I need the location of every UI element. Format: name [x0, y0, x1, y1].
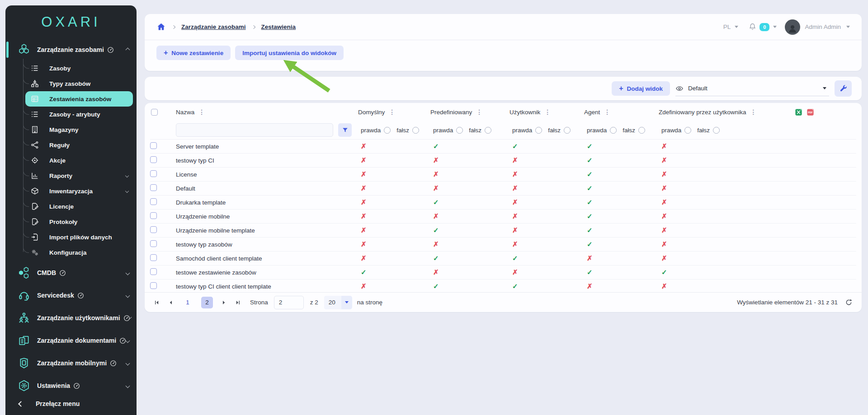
- breadcrumb-link-zarzadzanie-zasobami[interactable]: Zarządzanie zasobami: [181, 23, 246, 30]
- sidebar-item-licencje[interactable]: Licencje: [5, 199, 137, 214]
- column-menu-icon[interactable]: ⋮: [604, 108, 610, 116]
- sidebar-item-zasoby[interactable]: Zasoby: [5, 61, 137, 76]
- sidebar-item-zasoby-atrybuty[interactable]: Zasoby - atrybuty: [5, 107, 137, 122]
- row-checkbox[interactable]: [150, 142, 157, 149]
- sidebar-item-zestawienia-zasobow[interactable]: Zestawienia zasobów: [25, 91, 133, 107]
- notification-badge: 0: [760, 23, 769, 31]
- bell-icon[interactable]: [748, 23, 757, 31]
- previous-page-icon[interactable]: [168, 299, 174, 306]
- row-checkbox[interactable]: [150, 170, 157, 177]
- filter-true-radio[interactable]: [456, 127, 463, 134]
- sidebar-item-inwentaryzacja[interactable]: Inwentaryzacja: [5, 183, 137, 199]
- next-page-icon[interactable]: [221, 299, 227, 306]
- first-page-icon[interactable]: [154, 299, 160, 306]
- filter-true-radio[interactable]: [535, 127, 542, 134]
- menu-toggle[interactable]: Przełącz menu: [5, 392, 137, 415]
- new-zestawienie-button[interactable]: + Nowe zestawienie: [156, 46, 231, 60]
- row-checkbox[interactable]: [150, 184, 157, 191]
- table-row: Urządzenie mobilne template ✗ ✓ ✗ ✓ ✗: [150, 223, 856, 237]
- view-select[interactable]: Default: [675, 81, 829, 96]
- avatar[interactable]: [785, 19, 800, 35]
- row-checkbox[interactable]: [150, 240, 157, 247]
- sidebar-item-akcje[interactable]: Akcje: [5, 153, 137, 168]
- import-settings-button[interactable]: Importuj ustawienia do widoków: [235, 46, 344, 60]
- sidebar-section-zarzadzanie-dokumentami[interactable]: Zarządzanie dokumentami: [5, 331, 137, 350]
- sidebar-item-konfiguracja[interactable]: Konfiguracja: [5, 245, 137, 260]
- filter-false-radio[interactable]: [412, 127, 419, 134]
- table-filter-row: prawda fałsz prawda fałsz prawda fałsz p…: [150, 121, 856, 139]
- sidebar-section-servicedesk[interactable]: Servicedesk: [5, 286, 137, 304]
- table-row: testowy typ CI client client template ✗ …: [150, 279, 856, 293]
- sidebar-section-zarzadzanie-uzytkownikami[interactable]: Zarządzanie użytkownikami: [5, 309, 137, 327]
- row-checkbox[interactable]: [150, 268, 157, 275]
- filter-true-radio[interactable]: [384, 127, 391, 134]
- add-view-button[interactable]: + Dodaj widok: [612, 81, 670, 96]
- per-page-select[interactable]: 20: [324, 296, 352, 309]
- breadcrumb-link-zestawienia[interactable]: Zestawienia: [261, 23, 296, 30]
- column-menu-icon[interactable]: ⋮: [476, 108, 482, 116]
- row-checkbox[interactable]: [150, 254, 157, 261]
- language-selector[interactable]: PL: [723, 23, 731, 30]
- column-header-uzytkownik[interactable]: Użytkownik: [509, 109, 540, 116]
- user-name[interactable]: Admin Admin: [805, 23, 841, 30]
- flag-zdefiniowany: ✗: [659, 198, 794, 206]
- sidebar-item-typy-zasobow[interactable]: Typy zasobów: [5, 76, 137, 91]
- home-icon[interactable]: [156, 22, 166, 32]
- sidebar-item-raporty[interactable]: Raporty: [5, 168, 137, 183]
- column-menu-icon[interactable]: ⋮: [750, 108, 757, 116]
- sidebar-section-zarzadzanie-zasobami[interactable]: Zarządzanie zasobami: [5, 41, 137, 59]
- sidebar-section-zarzadzanie-mobilnymi[interactable]: Zarządzanie mobilnymi: [5, 354, 137, 372]
- filter-false-radio[interactable]: [485, 127, 491, 134]
- column-header-agent[interactable]: Agent: [584, 109, 600, 116]
- filter-true-radio[interactable]: [684, 127, 691, 134]
- headset-icon: [18, 289, 30, 301]
- sidebar-section-ustawienia[interactable]: Ustawienia: [5, 377, 137, 395]
- page-number-1[interactable]: 1: [182, 299, 193, 306]
- page-number-input[interactable]: [274, 296, 304, 309]
- select-all-checkbox[interactable]: [151, 109, 158, 116]
- chevron-down-icon: [125, 189, 129, 193]
- sidebar-item-label: Zasoby: [49, 65, 71, 72]
- page-number-2-current[interactable]: 2: [201, 297, 213, 308]
- filter-false-radio[interactable]: [638, 127, 645, 134]
- sidebar-item-import-plikow-danych[interactable]: Import plików danych: [5, 229, 137, 245]
- column-header-nazwa[interactable]: Nazwa: [176, 109, 194, 116]
- flag-agent: ✓: [584, 170, 659, 178]
- sidebar-item-magazyny[interactable]: Magazyny: [5, 122, 137, 137]
- column-header-predefiniowany[interactable]: Predefiniowany: [430, 109, 472, 116]
- flag-agent: ✓: [584, 226, 659, 234]
- gauge-icon: [123, 315, 130, 322]
- flag-uzytkownik: ✗: [509, 156, 584, 164]
- breadcrumb: Zarządzanie zasobami Zestawienia PL 0 Ad…: [145, 14, 862, 40]
- filter-true-label: prawda: [512, 127, 532, 134]
- column-header-domyslny[interactable]: Domyślny: [358, 109, 385, 116]
- sidebar-item-label: Reguły: [49, 142, 70, 149]
- column-menu-icon[interactable]: ⋮: [544, 108, 551, 116]
- filter-button[interactable]: [338, 123, 352, 137]
- sidebar-item-protokoly[interactable]: Protokoły: [5, 214, 137, 229]
- caret-down-icon[interactable]: [773, 26, 777, 28]
- row-checkbox[interactable]: [150, 226, 157, 233]
- flag-uzytkownik: ✓: [509, 254, 584, 262]
- column-header-zdefiniowany[interactable]: Zdefiniowany przez użytkownika: [659, 109, 746, 116]
- name-filter-input[interactable]: [176, 123, 333, 137]
- view-settings-button[interactable]: [835, 80, 852, 97]
- sidebar-section-cmdb[interactable]: CMDB: [5, 264, 137, 282]
- row-checkbox[interactable]: [150, 212, 157, 219]
- filter-true-radio[interactable]: [610, 127, 617, 134]
- filter-false-radio[interactable]: [564, 127, 571, 134]
- last-page-icon[interactable]: [235, 299, 241, 306]
- filter-false-radio[interactable]: [713, 127, 720, 134]
- row-checkbox[interactable]: [150, 282, 157, 289]
- refresh-icon[interactable]: [845, 298, 853, 306]
- row-checkbox[interactable]: [150, 198, 157, 205]
- export-excel-icon[interactable]: [794, 108, 803, 117]
- filter-false-label: fałsz: [697, 127, 710, 134]
- row-checkbox[interactable]: [150, 156, 157, 163]
- column-menu-icon[interactable]: ⋮: [198, 108, 205, 116]
- caret-down-icon[interactable]: [735, 26, 738, 28]
- column-menu-icon[interactable]: ⋮: [389, 108, 395, 116]
- caret-down-icon[interactable]: [846, 26, 850, 28]
- export-pdf-icon[interactable]: [806, 108, 815, 117]
- sidebar-item-reguly[interactable]: Reguły: [5, 137, 137, 153]
